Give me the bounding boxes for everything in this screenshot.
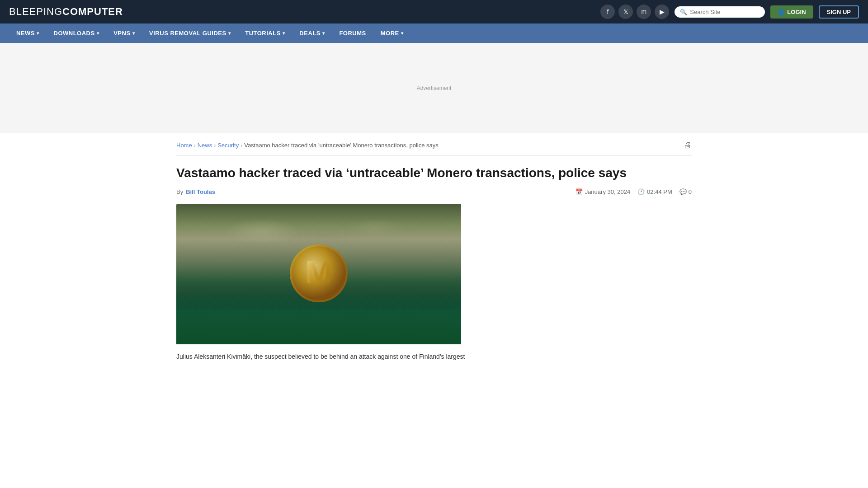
breadcrumb-sep-2: ›: [214, 142, 216, 149]
article-meta-left: By Bill Toulas: [176, 188, 215, 195]
nav-item-forums[interactable]: FORUMS: [332, 23, 373, 43]
nav-item-vpns[interactable]: VPNS ▾: [106, 23, 142, 43]
breadcrumb-sep-3: ›: [241, 142, 242, 149]
nav-arrow-virus-removal: ▾: [228, 31, 231, 36]
main-nav: NEWS ▾ DOWNLOADS ▾ VPNS ▾ VIRUS REMOVAL …: [0, 23, 868, 43]
logo-text-regular: BLEEPING: [9, 6, 62, 17]
mastodon-icon[interactable]: m: [637, 5, 651, 19]
nav-item-downloads[interactable]: DOWNLOADS ▾: [47, 23, 107, 43]
article-title: Vastaamo hacker traced via ‘untraceable’…: [176, 165, 692, 181]
nav-label-downloads: DOWNLOADS: [54, 30, 95, 37]
social-icons: f 𝕏 m ▶: [600, 5, 669, 19]
logo-text-bold: COMPUTER: [62, 6, 123, 17]
nav-label-deals: DEALS: [299, 30, 321, 37]
nav-arrow-deals: ▾: [322, 31, 325, 36]
nav-arrow-more: ▾: [401, 31, 404, 36]
facebook-icon[interactable]: f: [600, 5, 615, 19]
comment-count: 💬 0: [679, 188, 692, 195]
login-button[interactable]: 👤 LOGIN: [770, 5, 813, 19]
breadcrumb-news[interactable]: News: [198, 142, 212, 149]
youtube-icon[interactable]: ▶: [655, 5, 669, 19]
article-meta-right: 📅 January 30, 2024 🕐 02:44 PM 💬 0: [576, 188, 692, 195]
author-by-label: By: [176, 188, 183, 195]
calendar-icon: 📅: [576, 188, 583, 195]
advertisement-banner: Advertisement: [0, 43, 868, 133]
breadcrumb-left: Home › News › Security › Vastaamo hacker…: [176, 142, 439, 149]
monero-coin: M: [283, 238, 355, 310]
nav-label-virus-removal: VIRUS REMOVAL GUIDES: [149, 30, 226, 37]
signup-button[interactable]: SIGN UP: [819, 5, 859, 19]
login-label: LOGIN: [787, 9, 806, 15]
nav-arrow-news: ▾: [37, 31, 39, 36]
user-icon: 👤: [778, 9, 785, 15]
nav-label-news: NEWS: [16, 30, 35, 37]
ad-placeholder-text: Advertisement: [417, 85, 452, 91]
site-logo[interactable]: BLEEPINGCOMPUTER: [9, 6, 123, 18]
clock-icon: 🕐: [637, 188, 645, 195]
twitter-icon[interactable]: 𝕏: [618, 5, 633, 19]
print-icon[interactable]: 🖨: [684, 141, 692, 150]
article-image-container: M: [176, 204, 692, 344]
content-wrapper: Home › News › Security › Vastaamo hacker…: [167, 133, 701, 362]
article-date: 📅 January 30, 2024: [576, 188, 630, 195]
search-input[interactable]: [690, 9, 760, 15]
nav-item-news[interactable]: NEWS ▾: [9, 23, 47, 43]
date-text: January 30, 2024: [585, 188, 630, 195]
search-box: 🔍: [675, 6, 765, 18]
article-image: M: [176, 204, 461, 344]
breadcrumb-current: Vastaamo hacker traced via 'untraceable'…: [244, 142, 439, 149]
nav-item-tutorials[interactable]: TUTORIALS ▾: [238, 23, 292, 43]
author-link[interactable]: Bill Toulas: [186, 188, 215, 195]
time-text: 02:44 PM: [647, 188, 672, 195]
nav-arrow-downloads: ▾: [97, 31, 99, 36]
nav-item-virus-removal[interactable]: VIRUS REMOVAL GUIDES ▾: [142, 23, 238, 43]
breadcrumb-sep-1: ›: [194, 142, 196, 149]
svg-text:M: M: [305, 254, 332, 290]
breadcrumb-security[interactable]: Security: [217, 142, 239, 149]
article-body-start: Julius Aleksanteri Kivimäki, the suspect…: [176, 352, 692, 361]
nav-arrow-vpns: ▾: [132, 31, 135, 36]
nav-item-more[interactable]: MORE ▾: [373, 23, 411, 43]
nav-label-tutorials: TUTORIALS: [245, 30, 281, 37]
search-icon: 🔍: [680, 9, 687, 15]
nav-label-forums: FORUMS: [339, 30, 366, 37]
site-header: BLEEPINGCOMPUTER f 𝕏 m ▶ 🔍 👤 LOGIN SIGN …: [0, 0, 868, 23]
article-time: 🕐 02:44 PM: [637, 188, 672, 195]
nav-arrow-tutorials: ▾: [283, 31, 285, 36]
nav-label-vpns: VPNS: [113, 30, 130, 37]
nav-item-deals[interactable]: DEALS ▾: [292, 23, 332, 43]
comment-number: 0: [689, 188, 692, 195]
nav-label-more: MORE: [381, 30, 399, 37]
header-right: f 𝕏 m ▶ 🔍 👤 LOGIN SIGN UP: [600, 5, 859, 19]
comment-icon: 💬: [679, 188, 687, 195]
article-meta: By Bill Toulas 📅 January 30, 2024 🕐 02:4…: [176, 188, 692, 195]
breadcrumb-home[interactable]: Home: [176, 142, 192, 149]
breadcrumb: Home › News › Security › Vastaamo hacker…: [176, 133, 692, 156]
